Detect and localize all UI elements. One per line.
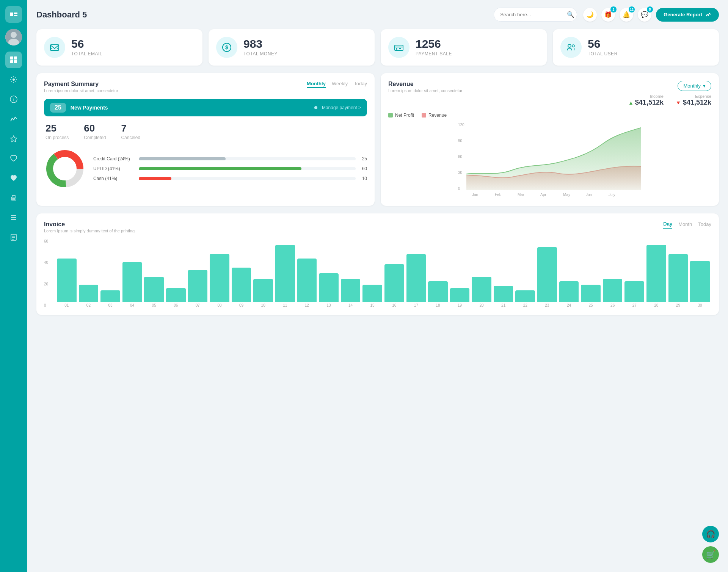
payment-bars: Credit Card (24%) 25 UPI ID (41%) 60 (93, 156, 367, 181)
invoice-bar-12 (297, 259, 317, 302)
sidebar-item-docs[interactable] (5, 229, 22, 246)
chat-icon: 💬 (641, 11, 648, 18)
invoice-bar-col-13: 13 (319, 273, 339, 307)
svg-rect-28 (395, 45, 403, 50)
sidebar-item-dashboard[interactable] (5, 52, 22, 68)
gift-btn[interactable]: 🎁 2 (601, 8, 615, 22)
invoice-bar-26 (603, 279, 623, 302)
process-row: 25 On process 60 Completed 7 Canceled (44, 122, 367, 140)
sidebar-item-info[interactable]: i (5, 91, 22, 108)
invoice-bar-25 (581, 285, 601, 302)
generate-report-button[interactable]: Generate Report (656, 8, 719, 22)
search-input[interactable] (500, 12, 564, 17)
invoice-bar-col-16: 16 (384, 264, 404, 307)
invoice-bar-07 (188, 270, 208, 302)
invoice-bar-14 (341, 279, 361, 302)
svg-text:Feb: Feb (495, 193, 502, 197)
invoice-bar-col-10: 10 (253, 279, 273, 307)
invoice-tab-today[interactable]: Today (698, 221, 711, 228)
svg-point-33 (572, 45, 574, 47)
stat-email-number: 56 (71, 38, 102, 50)
invoice-bar-01 (57, 259, 77, 302)
stat-card-email: 56 TOTAL EMAIL (36, 29, 202, 66)
svg-text:i: i (13, 97, 14, 102)
svg-text:0: 0 (458, 186, 460, 191)
manage-payment-link[interactable]: Manage payment > (322, 105, 361, 110)
cart-float-btn[interactable]: 🛒 (702, 546, 719, 563)
stat-card-user: 56 TOTAL USER (553, 29, 719, 66)
invoice-bar-29 (668, 254, 688, 302)
tab-weekly[interactable]: Weekly (332, 81, 348, 88)
sidebar-item-list[interactable] (5, 209, 22, 226)
sidebar-logo[interactable] (5, 6, 22, 23)
revenue-label: Revenue (428, 113, 447, 118)
legend-revenue: Revenue (422, 113, 447, 118)
invoice-bar-20 (472, 277, 491, 302)
tab-monthly[interactable]: Monthly (307, 81, 326, 88)
dark-mode-btn[interactable]: 🌙 (583, 8, 597, 22)
invoice-bar-label-13: 13 (326, 303, 331, 307)
chat-btn[interactable]: 💬 5 (638, 8, 651, 22)
stat-money-label: TOTAL MONEY (243, 51, 278, 56)
y-label-60: 60 (44, 239, 48, 243)
invoice-y-axis: 60 40 20 0 (44, 239, 48, 307)
revenue-subtitle: Lorem ipsum dolor sit amet, consectetur (388, 88, 463, 93)
invoice-subtitle: Lorem Ipsum is simply dummy text of the … (44, 229, 135, 233)
svg-point-4 (11, 32, 17, 38)
invoice-header: Invoice Lorem Ipsum is simply dummy text… (44, 221, 711, 233)
invoice-bar-17 (406, 254, 426, 302)
income-expense-row: Income ▲ $41,512k Expense 🔻 $41,512k (628, 94, 711, 107)
y-label-0: 0 (44, 303, 48, 307)
sidebar-item-print[interactable] (5, 190, 22, 206)
invoice-bar-27 (624, 281, 644, 302)
revenue-chart-wrap: 120 90 60 30 0 Jan Feb Mar Apr May Jun J… (388, 121, 711, 198)
svg-text:Jun: Jun (586, 193, 592, 197)
invoice-bar-label-19: 19 (458, 303, 462, 307)
svg-text:July: July (609, 193, 615, 197)
new-payments-bar: 25 New Payments Manage payment > (44, 99, 367, 116)
invoice-tab-month[interactable]: Month (678, 221, 692, 228)
revenue-monthly-dropdown[interactable]: Monthly ▾ (678, 81, 711, 91)
stat-money-number: 983 (243, 38, 278, 50)
sidebar-item-heart-fill[interactable] (5, 170, 22, 186)
invoice-bar-03 (100, 290, 120, 302)
pb-upi-val: 60 (359, 166, 367, 171)
stat-email-info: 56 TOTAL EMAIL (71, 38, 102, 56)
invoice-bar-col-27: 27 (624, 281, 644, 307)
invoice-bar-label-24: 24 (567, 303, 571, 307)
invoice-bar-16 (384, 264, 404, 302)
invoice-bar-11 (275, 245, 295, 302)
invoice-bar-col-20: 20 (472, 277, 491, 307)
pb-cash-fill (139, 177, 171, 180)
pb-upi-label: UPI ID (41%) (93, 166, 135, 171)
invoice-bar-label-05: 05 (152, 303, 156, 307)
search-bar[interactable]: 🔍 (494, 8, 577, 22)
user-avatar[interactable] (5, 29, 22, 45)
invoice-tab-day[interactable]: Day (663, 221, 672, 229)
invoice-bar-label-12: 12 (305, 303, 309, 307)
invoice-bar-label-18: 18 (436, 303, 440, 307)
completed-label: Completed (84, 135, 106, 140)
invoice-bar-label-26: 26 (610, 303, 615, 307)
sidebar-item-analytics[interactable] (5, 111, 22, 127)
y-label-40: 40 (44, 260, 48, 265)
sidebar-item-settings[interactable] (5, 71, 22, 88)
tab-today[interactable]: Today (354, 81, 367, 88)
sidebar-item-heart-outline[interactable] (5, 150, 22, 167)
invoice-bar-col-12: 12 (297, 259, 317, 307)
invoice-bar-02 (79, 285, 99, 302)
invoice-bar-label-11: 11 (283, 303, 287, 307)
invoice-bar-label-30: 30 (698, 303, 702, 307)
revenue-dot (422, 113, 426, 118)
invoice-bar-col-19: 19 (450, 288, 470, 307)
expense-icon: 🔻 (675, 100, 681, 106)
support-float-btn[interactable]: 🎧 (702, 526, 719, 542)
invoice-bar-13 (319, 273, 339, 302)
invoice-bar-label-14: 14 (348, 303, 353, 307)
invoice-bar-label-27: 27 (632, 303, 637, 307)
svg-rect-8 (10, 60, 13, 63)
svg-text:30: 30 (458, 171, 463, 175)
bell-btn[interactable]: 🔔 12 (620, 8, 633, 22)
invoice-bar-col-28: 28 (646, 245, 666, 307)
sidebar-item-favorites[interactable] (5, 130, 22, 147)
